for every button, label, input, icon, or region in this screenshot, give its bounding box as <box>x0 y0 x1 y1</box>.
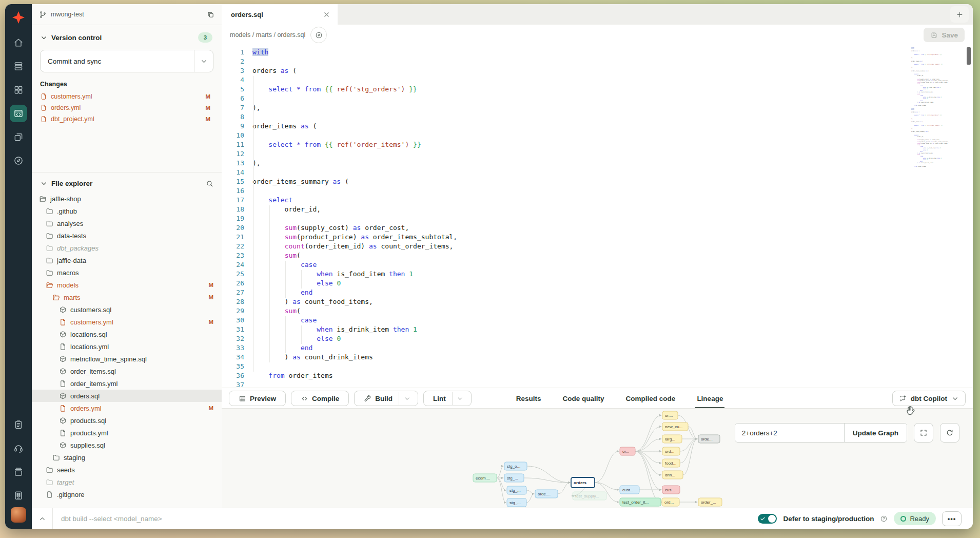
lineage-node-drin...[interactable]: drin... <box>662 471 683 479</box>
editor-scrollbar[interactable] <box>966 46 972 387</box>
dbt-copilot-button[interactable]: dbt Copilot <box>892 391 966 406</box>
tree-item-dbt_packages[interactable]: dbt_packages <box>32 242 222 254</box>
command-input[interactable]: dbt build --select <model_name> <box>53 515 162 523</box>
help-icon[interactable] <box>880 515 888 523</box>
close-icon[interactable] <box>323 11 330 18</box>
tree-item-target[interactable]: target <box>32 476 222 488</box>
commit-options-chevron[interactable] <box>194 50 213 72</box>
changed-file-row[interactable]: orders.ymlM <box>32 102 222 113</box>
dropdown-chevron[interactable] <box>399 392 415 405</box>
nav-ide[interactable] <box>9 102 28 125</box>
lineage-node-or....[interactable]: or.... <box>662 411 678 419</box>
lineage-node-cust...[interactable]: cust... <box>620 486 639 494</box>
refresh-button[interactable] <box>940 423 959 443</box>
tree-item-marts[interactable]: martsM <box>32 291 222 303</box>
tree-item-.gitignore[interactable]: .gitignore <box>32 488 222 501</box>
defer-toggle[interactable] <box>758 514 777 524</box>
tree-item-analyses[interactable]: analyses <box>32 217 222 229</box>
nav-orchestration[interactable] <box>9 125 28 149</box>
lineage-node-stg_o...[interactable]: stg_o... <box>504 462 527 470</box>
update-graph-button[interactable]: Update Graph <box>844 424 907 442</box>
compile-button[interactable]: Compile <box>291 391 349 406</box>
changed-file-row[interactable]: dbt_project.ymlM <box>32 113 222 125</box>
tree-item-metricflow_time_spine.sql[interactable]: metricflow_time_spine.sql <box>32 353 222 365</box>
lineage-node-test_order_it...[interactable]: test_order_it... <box>620 498 661 506</box>
tree-item-locations.yml[interactable]: locations.yml <box>32 340 222 353</box>
lineage-node-cus...[interactable]: cus... <box>662 486 680 494</box>
code-editor[interactable]: 1with23orders as (45 select * from {{ re… <box>222 45 973 388</box>
nav-support[interactable] <box>9 436 28 460</box>
tree-item-jaffle-data[interactable]: jaffle-data <box>32 254 222 266</box>
tab-code-quality[interactable]: Code quality <box>552 388 615 409</box>
commit-and-sync-button[interactable]: Commit and sync <box>40 50 213 72</box>
lineage-node-ecom....[interactable]: ecom.... <box>473 474 497 482</box>
lineage-selector-input[interactable] <box>735 424 844 442</box>
tab-compiled-code[interactable]: Compiled code <box>615 388 687 409</box>
tree-item-supplies.sql[interactable]: supplies.sql <box>32 439 222 451</box>
tree-item-.github[interactable]: .github <box>32 205 222 217</box>
tree-item-staging[interactable]: staging <box>32 451 222 464</box>
tree-item-order_items.sql[interactable]: order_items.sql <box>32 365 222 377</box>
tree-item-seeds[interactable]: seeds <box>32 464 222 476</box>
changed-file-row[interactable]: customers.ymlM <box>32 91 222 102</box>
more-options-button[interactable]: ••• <box>942 511 962 526</box>
lineage-node-ord...[interactable]: ord... <box>662 447 680 455</box>
tree-item-models[interactable]: modelsM <box>32 279 222 291</box>
nav-deploy[interactable] <box>9 54 28 78</box>
lineage-node-or...[interactable]: or... <box>620 447 635 455</box>
lint-button[interactable]: Lint <box>423 391 472 406</box>
tab-results[interactable]: Results <box>505 388 552 409</box>
tree-item-locations.sql[interactable]: locations.sql <box>32 328 222 340</box>
tree-item-products.sql[interactable]: products.sql <box>32 414 222 427</box>
lineage-node-new_cu...[interactable]: new_cu... <box>662 422 688 431</box>
tree-item-data-tests[interactable]: data-tests <box>32 229 222 242</box>
dropdown-chevron[interactable] <box>452 392 468 405</box>
lineage-node-food...[interactable]: food... <box>662 459 680 467</box>
nav-apps[interactable] <box>9 78 28 102</box>
lineage-node-test_supply...[interactable]: test_supply... <box>573 492 606 500</box>
tree-item-label: locations.sql <box>70 331 107 338</box>
lineage-node-orders[interactable]: orders <box>571 477 595 488</box>
hand-cursor <box>904 405 916 417</box>
copy-icon[interactable] <box>207 11 214 18</box>
nav-marketplace[interactable] <box>9 484 28 507</box>
lineage-node-order_...[interactable]: order_... <box>698 498 722 506</box>
tree-item-customers.yml[interactable]: customers.ymlM <box>32 316 222 328</box>
lineage-node-orde...[interactable]: orde... <box>698 435 720 443</box>
nav-notes[interactable] <box>9 413 28 436</box>
lineage-node-stg_...[interactable]: stg_... <box>507 486 526 494</box>
save-button[interactable]: Save <box>924 28 965 42</box>
fullscreen-button[interactable] <box>914 423 933 443</box>
tree-item-macros[interactable]: macros <box>32 266 222 279</box>
tree-item-order_items.yml[interactable]: order_items.yml <box>32 377 222 390</box>
command-bar-expand-button[interactable] <box>32 515 52 523</box>
user-avatar[interactable] <box>11 507 26 523</box>
lineage-node-stg_...[interactable]: stg_... <box>504 474 524 482</box>
version-control-header[interactable]: Version control 3 <box>32 25 222 46</box>
search-icon[interactable] <box>206 180 213 187</box>
lineage-node-larg...[interactable]: larg... <box>662 435 682 443</box>
dbt-logo[interactable] <box>9 4 28 31</box>
tree-item-customers.sql[interactable]: customers.sql <box>32 303 222 316</box>
nav-library[interactable] <box>9 460 28 484</box>
new-tab-button[interactable] <box>950 6 969 23</box>
line-number: 25 <box>222 270 252 279</box>
file-explorer-header[interactable]: File explorer <box>32 172 222 190</box>
nav-home[interactable] <box>9 31 28 54</box>
nav-discover[interactable] <box>9 149 28 172</box>
tree-item-orders.sql[interactable]: orders.sql <box>32 390 222 402</box>
build-button[interactable]: Build <box>354 391 418 406</box>
lineage-node-ord...[interactable]: ord... <box>662 498 679 506</box>
scrollbar-thumb[interactable] <box>967 47 971 65</box>
lineage-node-stg_...[interactable]: stg_... <box>507 498 526 507</box>
code-line: 14 <box>222 168 973 178</box>
tree-item-jaffle-shop[interactable]: jaffle-shop <box>32 193 222 205</box>
open-lineage-compass-button[interactable] <box>310 27 327 43</box>
lineage-node-orde....[interactable]: orde.... <box>535 490 558 498</box>
tab-lineage[interactable]: Lineage <box>686 388 734 409</box>
tree-item-products.yml[interactable]: products.yml <box>32 427 222 439</box>
tree-item-orders.yml[interactable]: orders.ymlM <box>32 402 222 414</box>
tab-orders-sql[interactable]: orders.sql <box>222 4 338 25</box>
preview-button[interactable]: Preview <box>229 391 286 406</box>
changes-label: Changes <box>32 72 222 91</box>
